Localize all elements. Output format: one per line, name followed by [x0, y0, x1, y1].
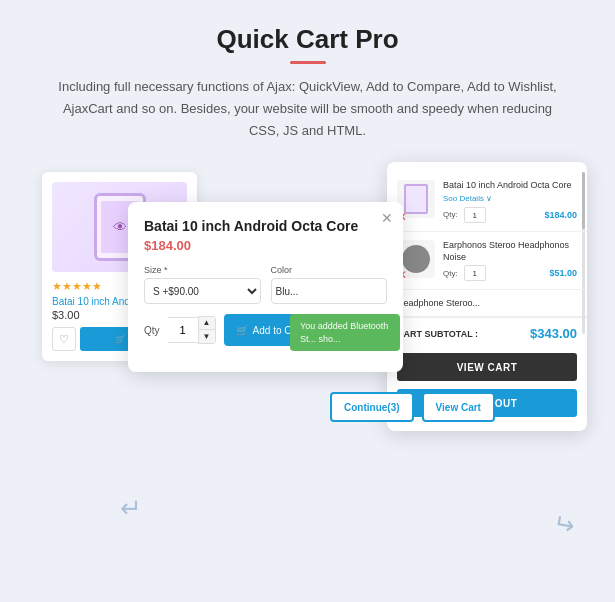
cart-item-3-name: Headphone Steroo...: [397, 298, 577, 308]
modal-bottom-buttons: Continue(3) View Cart: [330, 392, 495, 422]
qty-up-button[interactable]: ▲: [199, 317, 215, 330]
cart-item-1-price: $184.00: [544, 210, 577, 220]
eye-icon: 👁: [113, 219, 127, 235]
subtotal-label: CART SUBTOTAL :: [397, 329, 478, 339]
cart-qty-1-label: Qty:: [443, 210, 458, 219]
cart-item-2: Earphonos Steroo Headphonos Noise Qty: 1…: [387, 232, 587, 290]
qty-label: Qty: [144, 325, 160, 336]
cart-qty-2-input[interactable]: 1: [464, 265, 486, 281]
wishlist-button[interactable]: ♡: [52, 327, 76, 351]
toast-notification: You addded Bluetooth St... sho...: [290, 314, 400, 351]
qty-input[interactable]: [168, 317, 198, 343]
arrow-bottom-right-icon: ↵: [550, 508, 577, 542]
cart-item-2-price: $51.00: [549, 268, 577, 278]
cart-qty-2-label: Qty:: [443, 269, 458, 278]
qty-control: ▲ ▼: [168, 316, 216, 344]
cart-subtotal: CART SUBTOTAL : $343.00: [387, 317, 587, 349]
cart-sidebar: Batai 10 inch Android Octa Core Soo Deta…: [387, 162, 587, 431]
arrow-bottom-left-icon: ↵: [120, 493, 142, 524]
color-input[interactable]: [271, 278, 388, 304]
cart-icon-modal: 🛒: [236, 325, 248, 336]
color-label: Color: [271, 265, 388, 275]
title-underline: [290, 61, 326, 64]
cart-item-2-name: Earphonos Steroo Headphonos Noise: [443, 240, 577, 263]
size-select[interactable]: S +$90.00: [144, 278, 261, 304]
color-option-group: Color: [271, 265, 388, 304]
cart-item-1-name: Batai 10 inch Android Octa Core: [443, 180, 577, 192]
modal-product-title: Batai 10 inch Android Octa Core: [144, 218, 387, 234]
cart-item-2-qty-price: Qty: 1 $51.00: [443, 265, 577, 281]
continue-button[interactable]: Continue(3): [330, 392, 414, 422]
qty-down-button[interactable]: ▼: [199, 330, 215, 343]
cart-item-3: Headphone Steroo...: [387, 290, 587, 317]
subtotal-amount: $343.00: [530, 326, 577, 341]
view-cart-bottom-button[interactable]: View Cart: [422, 392, 495, 422]
size-option-group: Size * S +$90.00: [144, 265, 261, 304]
page-container: Quick Cart Pro Including full necessary …: [0, 0, 615, 602]
modal-close-button[interactable]: ✕: [381, 210, 393, 226]
cart-view-cart-button[interactable]: VIEW CART: [397, 353, 577, 381]
cart-qty-1-input[interactable]: 1: [464, 207, 486, 223]
cart-item-1-see-details[interactable]: Soo Details ∨: [443, 194, 577, 203]
tablet-thumb-icon: [404, 184, 428, 214]
modal-options: Size * S +$90.00 Color: [144, 265, 387, 304]
cart-item-1-qty-price: Qty: 1 $184.00: [443, 207, 577, 223]
page-title: Quick Cart Pro: [20, 24, 595, 55]
header-section: Quick Cart Pro Including full necessary …: [20, 24, 595, 142]
qty-arrows: ▲ ▼: [198, 316, 216, 344]
subtitle-text: Including full necessary functions of Aj…: [48, 76, 568, 142]
cart-item-1: Batai 10 inch Android Octa Core Soo Deta…: [387, 172, 587, 232]
cart-item-1-info: Batai 10 inch Android Octa Core Soo Deta…: [443, 180, 577, 223]
toast-text: You addded Bluetooth St... sho...: [300, 321, 388, 344]
size-label: Size *: [144, 265, 261, 275]
modal-product-price: $184.00: [144, 238, 387, 253]
demo-area: 👁 ★★★★★ Batai 10 inch Andro... $3.00 ♡ 🛒…: [20, 162, 595, 552]
cart-item-2-info: Earphonos Steroo Headphonos Noise Qty: 1…: [443, 240, 577, 281]
cart-icon-small: 🛒: [115, 335, 125, 344]
